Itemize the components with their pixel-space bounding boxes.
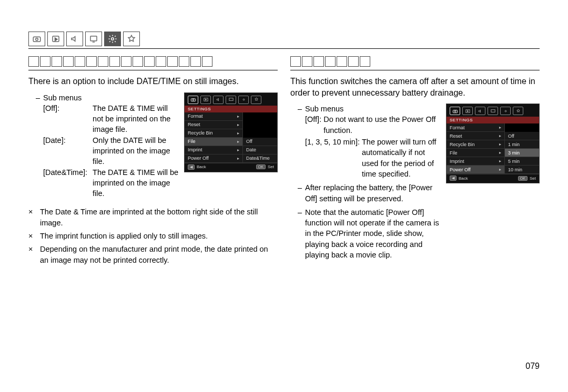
cam-menu-item: Reset▸ xyxy=(185,121,242,129)
note-text: The Date & Time are imprinted at the bot… xyxy=(40,207,278,229)
right-times-val: The power will turn off automatically if… xyxy=(362,137,441,179)
left-date-key: [Date]: xyxy=(43,135,93,167)
cam-back: ◀Back xyxy=(188,164,206,170)
right-times-key: [1, 3, 5, 10 min]: xyxy=(305,137,360,179)
svg-point-6 xyxy=(192,99,194,101)
cam-option: 10 min xyxy=(505,166,539,174)
right-camera-menu: SETTINGS Format▸ Reset▸ Recycle Bin▸ Fil… xyxy=(446,104,540,183)
svg-rect-8 xyxy=(229,98,232,101)
ci-camera-icon xyxy=(188,96,198,104)
cam-set: OKSet xyxy=(518,176,536,181)
right-cam-title: SETTINGS xyxy=(447,117,539,123)
right-section-title xyxy=(290,56,540,67)
left-camera-menu: SETTINGS Format▸ Reset▸ Recycle Bin▸ Fil… xyxy=(184,92,278,172)
cam-back: ◀Back xyxy=(450,176,468,181)
cam-menu-item: Format▸ xyxy=(185,112,242,121)
tab-display-icon xyxy=(85,32,102,46)
left-cam-title: SETTINGS xyxy=(185,106,277,112)
cam-option: Date xyxy=(243,146,277,154)
note-text: Depending on the manufacturer and print … xyxy=(40,244,278,266)
tab-sound-icon xyxy=(66,32,83,46)
cam-menu-item: File▸ xyxy=(185,138,242,146)
svg-point-14 xyxy=(505,110,506,112)
cam-option: 1 min xyxy=(505,140,539,149)
cam-option: 3 min xyxy=(505,149,539,157)
cam-menu-item: Power Off▸ xyxy=(447,166,504,174)
right-section-rule xyxy=(290,70,540,70)
ci-settings-icon xyxy=(238,96,249,104)
right-off-val: Do not want to use the Power Off functio… xyxy=(323,114,441,136)
ci-star-icon xyxy=(513,107,523,115)
left-section-rule xyxy=(28,70,278,70)
left-submenus-label: Sub menus xyxy=(43,92,82,103)
svg-point-1 xyxy=(36,38,38,41)
left-off-val: The DATE & TIME will not be imprinted on… xyxy=(93,103,179,135)
cam-option: Date&Time xyxy=(243,154,277,163)
left-column: There is an option to include DATE/TIME … xyxy=(28,53,278,268)
ci-camera-icon xyxy=(450,107,460,115)
cam-menu-item: Power Off▸ xyxy=(185,154,242,163)
cam-menu-item: Imprint▸ xyxy=(447,157,504,166)
tab-settings-icon xyxy=(104,32,121,46)
right-note: Note that the automatic [Power Off] func… xyxy=(305,207,441,260)
left-section-title xyxy=(28,56,278,67)
ci-sound-icon xyxy=(213,96,224,104)
right-submenus-label: Sub menus xyxy=(305,104,343,114)
svg-rect-13 xyxy=(491,109,494,112)
ci-star-icon xyxy=(251,96,261,104)
svg-point-4 xyxy=(111,38,114,40)
page-number: 079 xyxy=(525,362,540,371)
ci-sound-icon xyxy=(475,107,485,115)
left-intro: There is an option to include DATE/TIME … xyxy=(28,76,278,87)
tab-camera-icon xyxy=(28,32,45,46)
left-dt-key: [Date&Time]: xyxy=(43,167,93,199)
svg-rect-3 xyxy=(90,36,97,41)
ci-play-icon xyxy=(462,107,473,115)
svg-point-11 xyxy=(454,110,456,112)
right-intro: This function switches the camera off af… xyxy=(290,76,540,98)
left-date-val: Only the DATE will be imprinted on the i… xyxy=(93,135,179,167)
left-notes: ×The Date & Time are imprinted at the bo… xyxy=(28,207,278,266)
left-dt-val: The DATE & TIME will be imprinted on the… xyxy=(93,167,179,199)
cam-option: Off xyxy=(243,138,277,146)
header-tabs xyxy=(28,32,540,46)
tab-play-icon xyxy=(47,32,64,46)
right-after-battery: After replacing the battery, the [Power … xyxy=(305,182,441,204)
cam-menu-item: Imprint▸ xyxy=(185,146,242,154)
cam-menu-item: Format▸ xyxy=(447,123,504,132)
cam-option: 5 min xyxy=(505,157,539,166)
right-column: This function switches the camera off af… xyxy=(290,53,540,268)
cam-option: Off xyxy=(505,132,539,140)
ci-display-icon xyxy=(488,107,498,115)
right-off-key: [Off]: xyxy=(305,114,321,136)
header-rule xyxy=(28,48,540,49)
left-off-key: [Off]: xyxy=(43,103,93,135)
cam-menu-item: Reset▸ xyxy=(447,132,504,140)
svg-point-9 xyxy=(243,99,245,100)
cam-menu-item: Recycle Bin▸ xyxy=(185,129,242,138)
cam-menu-item: Recycle Bin▸ xyxy=(447,140,504,149)
ci-settings-icon xyxy=(500,107,511,115)
tab-star-icon xyxy=(123,32,140,46)
ci-display-icon xyxy=(226,96,236,104)
note-text: The imprint function is applied only to … xyxy=(40,231,208,242)
cam-menu-item: File▸ xyxy=(447,149,504,157)
svg-rect-0 xyxy=(33,37,40,42)
cam-set: OKSet xyxy=(256,164,274,170)
ci-play-icon xyxy=(200,96,211,104)
